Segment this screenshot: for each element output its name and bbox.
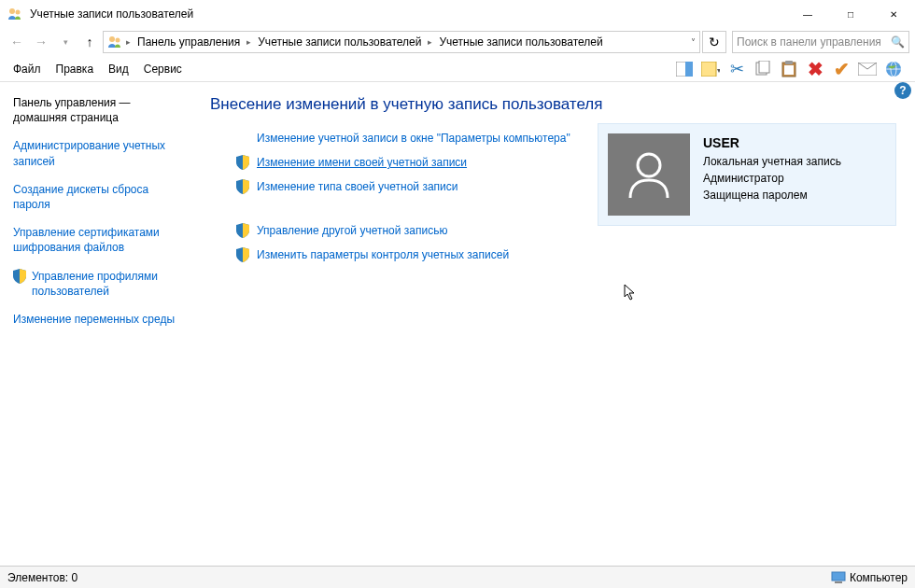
sidebar-item-certs[interactable]: Управление сертификатами шифрования файл… <box>13 225 182 255</box>
user-card: USER Локальная учетная запись Администра… <box>598 123 896 226</box>
action-uac-settings[interactable]: Изменить параметры контроля учетных запи… <box>236 247 896 262</box>
svg-point-2 <box>109 36 115 42</box>
status-computer: Компьютер <box>831 571 908 584</box>
maximize-button[interactable]: □ <box>829 0 872 28</box>
recent-button[interactable]: ▾ <box>54 31 77 53</box>
actions-group-2: Управление другой учетной записью Измени… <box>210 223 896 262</box>
up-button[interactable]: ↑ <box>78 31 101 53</box>
crumb-root[interactable]: Панель управления <box>134 35 243 49</box>
shield-icon <box>236 155 249 170</box>
computer-icon <box>831 571 846 584</box>
mail-icon[interactable] <box>857 59 878 79</box>
svg-point-17 <box>638 154 660 176</box>
sidebar: Панель управления — домашняя страница Ад… <box>0 82 191 566</box>
path-dropdown-icon[interactable]: ˅ <box>691 37 696 48</box>
check-icon[interactable]: ✔ <box>831 59 852 79</box>
cut-icon[interactable]: ✂ <box>726 59 747 79</box>
refresh-button[interactable]: ↻ <box>702 31 726 53</box>
address-bar: ← → ▾ ↑ ▸ Панель управления ▸ Учетные за… <box>0 28 915 56</box>
sidebar-item-env[interactable]: Изменение переменных среды <box>13 312 182 327</box>
menu-service[interactable]: Сервис <box>136 60 190 78</box>
breadcrumb[interactable]: ▸ Панель управления ▸ Учетные записи пол… <box>103 31 700 53</box>
copy-icon[interactable] <box>753 59 773 79</box>
window-controls: — □ ✕ <box>786 0 915 28</box>
main-panel: Внесение изменений в учетную запись поль… <box>191 82 915 566</box>
shield-icon <box>13 269 26 299</box>
back-button[interactable]: ← <box>6 31 28 53</box>
app-icon <box>7 7 22 21</box>
sidebar-item-admin[interactable]: Администрирование учетных записей <box>13 138 182 168</box>
menu-file[interactable]: Файл <box>6 60 49 78</box>
crumb-2[interactable]: Учетные записи пользователей <box>436 35 605 49</box>
body: ? Панель управления — домашняя страница … <box>0 82 915 566</box>
avatar <box>608 133 690 216</box>
globe-icon[interactable] <box>883 59 904 79</box>
status-elements: Элементов: 0 <box>7 571 77 584</box>
svg-rect-9 <box>759 61 769 73</box>
shield-icon <box>236 179 249 194</box>
svg-rect-11 <box>784 65 794 75</box>
svg-rect-18 <box>832 572 845 581</box>
svg-rect-6 <box>701 62 716 77</box>
page-heading: Внесение изменений в учетную запись поль… <box>210 95 896 114</box>
svg-point-1 <box>16 10 21 15</box>
sidebar-item-profiles[interactable]: Управление профилями пользователей <box>13 269 182 299</box>
shield-icon <box>236 223 249 238</box>
svg-rect-5 <box>685 62 693 77</box>
sidebar-item-reset-disk[interactable]: Создание дискеты сброса пароля <box>13 182 182 212</box>
titlebar: Учетные записи пользователей — □ ✕ <box>0 0 915 28</box>
minimize-button[interactable]: — <box>786 0 829 28</box>
user-name: USER <box>703 133 841 153</box>
user-role: Администратор <box>703 170 841 187</box>
pane-icon[interactable] <box>674 59 695 79</box>
svg-point-0 <box>9 8 15 14</box>
paste-icon[interactable] <box>779 59 799 79</box>
forward-button[interactable]: → <box>30 31 52 53</box>
menu-view[interactable]: Вид <box>101 60 136 78</box>
window-title: Учетные записи пользователей <box>30 7 786 21</box>
user-info: USER Локальная учетная запись Администра… <box>703 133 841 216</box>
crumb-1[interactable]: Учетные записи пользователей <box>255 35 424 49</box>
sidebar-home[interactable]: Панель управления — домашняя страница <box>13 95 182 125</box>
svg-rect-12 <box>785 61 793 64</box>
search-icon[interactable]: 🔍 <box>891 35 905 49</box>
menu-bar: Файл Правка Вид Сервис ▾ ✂ ✖ ✔ <box>0 56 915 82</box>
shield-icon <box>236 247 249 262</box>
svg-text:▾: ▾ <box>717 66 720 75</box>
svg-point-3 <box>116 38 120 43</box>
cursor-icon <box>624 284 639 302</box>
search-input[interactable] <box>737 35 891 49</box>
delete-icon[interactable]: ✖ <box>805 59 825 79</box>
status-bar: Элементов: 0 Компьютер <box>0 566 915 588</box>
search-box[interactable]: 🔍 <box>732 31 909 53</box>
user-account-type: Локальная учетная запись <box>703 153 841 170</box>
svg-rect-19 <box>835 581 842 583</box>
menu-edit[interactable]: Правка <box>49 60 102 78</box>
user-password-status: Защищена паролем <box>703 187 841 203</box>
close-button[interactable]: ✕ <box>872 0 915 28</box>
view-icon[interactable]: ▾ <box>700 59 721 79</box>
toolbar: ▾ ✂ ✖ ✔ <box>674 59 909 79</box>
users-icon <box>107 35 122 49</box>
